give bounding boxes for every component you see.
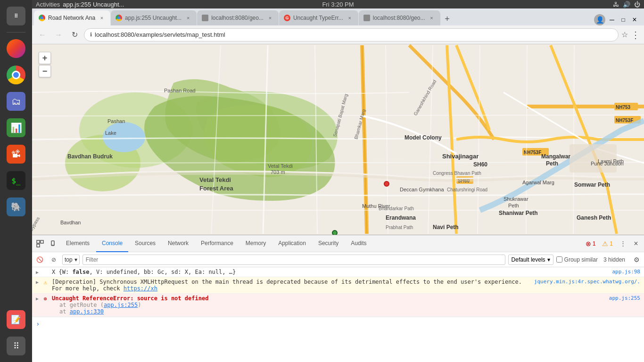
svg-text:Shivajinagar: Shivajinagar	[442, 153, 479, 160]
tab-close-road-network[interactable]: ×	[98, 14, 106, 22]
console-error-source[interactable]: app.js:255	[605, 295, 640, 301]
bookmark-button[interactable]: ☆	[621, 30, 628, 39]
tab-uncaught[interactable]: G Uncaught TypeErr... ×	[279, 10, 358, 25]
tab-title-localhost5: localhost:8080/geo...	[373, 15, 425, 21]
devtools-close-button[interactable]: ×	[630, 238, 642, 250]
network-icon: 🖧	[613, 1, 619, 8]
pgadmin-taskbar-icon[interactable]: 🐘	[4, 195, 28, 219]
devtools-tab-performance[interactable]: Performance	[195, 235, 239, 252]
url-text: localhost:8080/examples/servlets/map_tes…	[95, 31, 612, 38]
zoom-out-button[interactable]: −	[39, 65, 51, 77]
console-expand-arrow-warn[interactable]: ▶	[36, 280, 39, 285]
devtools-more-button[interactable]: ⋮	[617, 238, 629, 250]
console-expand-arrow-error[interactable]: ▶	[36, 296, 39, 301]
devtools-warn-count: ⚠ 1	[599, 240, 616, 247]
firefox-taskbar-icon[interactable]	[4, 36, 28, 61]
svg-text:Vetal Tekdi: Vetal Tekdi	[199, 176, 231, 183]
console-line-log: ▶ X {W: false, V: undefined, bb: Gc, sd:…	[32, 267, 644, 277]
group-similar-checkbox[interactable]	[556, 256, 562, 263]
svg-text:Pashan Road: Pashan Road	[164, 88, 196, 93]
activities-button[interactable]: ⠿	[4, 4, 28, 28]
files-taskbar-icon[interactable]: 🗂	[4, 89, 28, 114]
tab-title-appjs: app.js:255 Uncaught...	[125, 15, 182, 21]
svg-text:Agarwal Marg: Agarwal Marg	[522, 180, 554, 185]
libreoffice-calc-taskbar-icon[interactable]: 📊	[4, 115, 28, 140]
address-bar[interactable]: ℹ localhost:8080/examples/servlets/map_t…	[84, 28, 619, 41]
tab-close-localhost5[interactable]: ×	[428, 14, 436, 22]
svg-text:NH753: NH753	[616, 105, 631, 110]
tab-localhost5[interactable]: localhost:8080/geo... ×	[359, 10, 440, 25]
zoom-in-button[interactable]: +	[39, 52, 51, 64]
new-tab-button[interactable]: +	[441, 12, 454, 25]
devtools-tab-application[interactable]: Application	[272, 235, 312, 252]
devtools-device-button[interactable]	[47, 238, 59, 250]
console-warn-text: [Deprecation] Synchronous XMLHttpRequest…	[52, 279, 528, 292]
devtools-tab-audits[interactable]: Audits	[345, 235, 372, 252]
os-activities[interactable]: Activities	[36, 1, 60, 8]
window-close[interactable]: ×	[630, 15, 639, 25]
devtools-tab-sources[interactable]: Sources	[129, 235, 161, 252]
console-log-source[interactable]: app.js:98	[608, 269, 640, 275]
default-levels-button[interactable]: Default levels ▾	[508, 255, 553, 265]
devtools-error-count: ⊗ 1	[583, 240, 599, 247]
console-filter-button[interactable]: ⊘	[48, 254, 59, 265]
console-error-icon: ⊗	[41, 296, 49, 302]
os-topbar: Activities app.js:255 Uncaught... Fri 3:…	[32, 0, 644, 8]
svg-text:SH60: SH60	[473, 161, 487, 168]
error-link-appjs330[interactable]: app.js:330	[70, 308, 104, 315]
tab-localhost3[interactable]: localhost:8080/geo... ×	[197, 10, 279, 25]
chrome-taskbar-icon[interactable]	[4, 63, 28, 87]
console-line-error: ▶ ⊗ Uncaught ReferenceError: source is n…	[32, 294, 644, 317]
power-icon: ⏻	[634, 1, 640, 8]
reload-button[interactable]: ↻	[68, 28, 81, 41]
tab-close-uncaught[interactable]: ×	[346, 14, 354, 22]
map-area[interactable]: NH753F NH753 NH753F SH60	[32, 44, 644, 235]
devtools-toolbar: Elements Console Sources Network Perform…	[32, 235, 644, 252]
tab-title-localhost3: localhost:8080/geo...	[211, 15, 264, 21]
tab-close-appjs[interactable]: ×	[184, 14, 192, 22]
devtools-tab-security[interactable]: Security	[313, 235, 344, 252]
map-marker-red[interactable]	[384, 181, 389, 187]
svg-text:Ganesh Peth: Ganesh Peth	[577, 214, 611, 221]
taskbar: ⠿ 🗂 📊 📽 $_ 🐘 📝	[0, 0, 32, 362]
devtools-tab-elements[interactable]: Elements	[60, 235, 95, 252]
tab-appjs[interactable]: app.js:255 Uncaught... ×	[111, 10, 197, 25]
group-similar-label: Group similar	[556, 256, 598, 263]
console-line-warn: ▶ ⚠ [Deprecation] Synchronous XMLHttpReq…	[32, 277, 644, 294]
console-expand-arrow[interactable]: ▶	[36, 270, 39, 275]
console-context-select[interactable]: top ▾	[62, 255, 80, 265]
app-grid-taskbar-icon[interactable]: ⠿	[4, 334, 28, 358]
profile-icon[interactable]: 👤	[594, 14, 605, 25]
svg-text:Mangalwar: Mangalwar	[541, 153, 570, 160]
terminal-taskbar-icon[interactable]: $_	[4, 168, 28, 193]
console-filter-input[interactable]	[83, 255, 505, 265]
svg-text:Shukrawar: Shukrawar	[504, 196, 528, 202]
devtools-tab-network[interactable]: Network	[162, 235, 194, 252]
chrome-menu-button[interactable]: ⋮	[631, 29, 640, 41]
console-log-text: X {W: false, V: undefined, bb: Gc, sd: X…	[52, 269, 605, 275]
prompt-arrow: ›	[36, 320, 40, 328]
back-button[interactable]: ←	[36, 28, 49, 41]
tab-close-localhost3[interactable]: ×	[266, 14, 274, 22]
devtools-settings-button[interactable]: ⚙	[631, 254, 642, 265]
map-marker-green-1[interactable]	[332, 230, 338, 235]
devtools-tab-memory[interactable]: Memory	[240, 235, 272, 252]
svg-text:Shaniwar Peth: Shaniwar Peth	[499, 210, 538, 216]
error-link-getroute[interactable]: app.js:255	[104, 302, 138, 308]
tab-road-network[interactable]: Road Network Ana ×	[34, 10, 110, 25]
window-minimize[interactable]: ─	[607, 15, 617, 25]
devtools-inspect-button[interactable]	[34, 238, 46, 250]
forward-button[interactable]: →	[52, 28, 65, 41]
window-maximize[interactable]: □	[619, 15, 628, 25]
console-clear-button[interactable]: 🚫	[34, 254, 45, 265]
tab-bar: Road Network Ana × app.js:255 Uncaught..…	[32, 8, 644, 25]
svg-point-3	[103, 122, 145, 152]
devtools-tab-console[interactable]: Console	[96, 235, 128, 252]
svg-text:Peth: Peth	[508, 203, 519, 208]
taskbar-divider	[7, 32, 25, 33]
gedit-taskbar-icon[interactable]: 📝	[4, 307, 28, 332]
libreoffice-impress-taskbar-icon[interactable]: 📽	[4, 142, 28, 166]
tab-title-uncaught: Uncaught TypeErr...	[293, 15, 343, 21]
svg-text:Somwar Peth: Somwar Peth	[574, 181, 610, 188]
console-warn-source[interactable]: jquery.min.js:4r.spec.whatwg.org/.	[530, 279, 640, 285]
